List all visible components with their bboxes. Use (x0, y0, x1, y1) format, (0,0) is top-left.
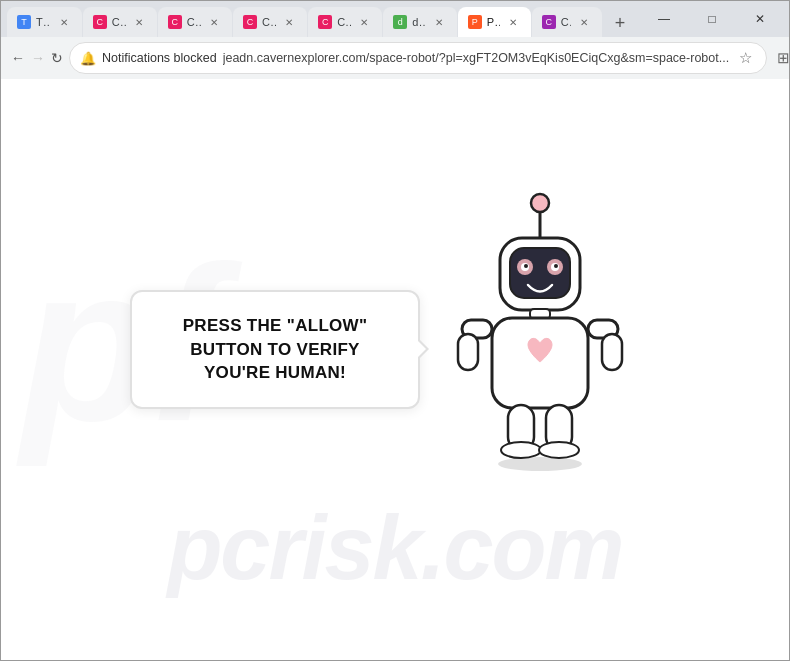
new-tab-button[interactable]: + (607, 9, 633, 37)
robot-illustration (440, 190, 660, 510)
tab-0-close[interactable]: ✕ (56, 14, 72, 30)
tab-7[interactable]: C Ch ✕ (532, 7, 602, 37)
svg-point-1 (531, 194, 549, 212)
svg-rect-11 (492, 318, 588, 408)
tab-3-close[interactable]: ✕ (281, 14, 297, 30)
svg-point-9 (554, 264, 558, 268)
tab-2-favicon: C (168, 15, 182, 29)
svg-point-8 (524, 264, 528, 268)
tab-4-label: Clic (337, 16, 351, 28)
notifications-blocked-icon: 🔔 (80, 51, 96, 66)
tab-7-close[interactable]: ✕ (576, 14, 592, 30)
window-controls: — □ ✕ (641, 4, 783, 34)
tab-3-favicon: C (243, 15, 257, 29)
tab-1-close[interactable]: ✕ (131, 14, 147, 30)
tab-0-label: The (36, 16, 51, 28)
nav-bar: ← → ↻ 🔔 Notifications blocked jeadn.cave… (1, 37, 789, 79)
tab-5[interactable]: d dak ✕ (383, 7, 457, 37)
tab-3[interactable]: C Clic ✕ (233, 7, 307, 37)
speech-bubble-text: PRESS THE "ALLOW" BUTTON TO VERIFY YOU'R… (160, 314, 390, 385)
bookmark-icon[interactable]: ☆ (735, 45, 756, 71)
main-scene: PRESS THE "ALLOW" BUTTON TO VERIFY YOU'R… (130, 190, 660, 510)
tab-6[interactable]: P Pre ✕ (458, 7, 531, 37)
close-button[interactable]: ✕ (737, 4, 783, 34)
tab-5-label: dak (412, 16, 426, 28)
svg-point-20 (498, 457, 582, 471)
page-content: pf pcrisk.com PRESS THE "ALLOW" BUTTON T… (1, 79, 789, 660)
tab-0[interactable]: T The ✕ (7, 7, 82, 37)
tab-0-favicon: T (17, 15, 31, 29)
browser-window: T The ✕ C Clic ✕ C Clic ✕ C Clic ✕ C (0, 0, 790, 661)
tab-7-label: Ch (561, 16, 571, 28)
maximize-button[interactable]: □ (689, 4, 735, 34)
tab-1[interactable]: C Clic ✕ (83, 7, 157, 37)
tab-4[interactable]: C Clic ✕ (308, 7, 382, 37)
address-bar[interactable]: 🔔 Notifications blocked jeadn.cavernexpl… (69, 42, 767, 74)
tab-6-favicon: P (468, 15, 482, 29)
title-bar: T The ✕ C Clic ✕ C Clic ✕ C Clic ✕ C (1, 1, 789, 37)
tab-1-favicon: C (93, 15, 107, 29)
tab-1-label: Clic (112, 16, 126, 28)
tab-2-label: Clic (187, 16, 201, 28)
tab-4-favicon: C (318, 15, 332, 29)
notifications-blocked-label: Notifications blocked (102, 51, 217, 65)
refresh-button[interactable]: ↻ (51, 43, 63, 73)
tab-strip: T The ✕ C Clic ✕ C Clic ✕ C Clic ✕ C (7, 1, 633, 37)
tab-6-close[interactable]: ✕ (505, 14, 521, 30)
forward-button[interactable]: → (31, 43, 45, 73)
tab-7-favicon: C (542, 15, 556, 29)
svg-rect-13 (458, 334, 478, 370)
watermark: pcrisk.com (1, 497, 789, 600)
svg-point-19 (539, 442, 579, 458)
url-display: jeadn.cavernexplorer.com/space-robot/?pl… (223, 51, 730, 65)
tab-5-favicon: d (393, 15, 407, 29)
tab-2-close[interactable]: ✕ (206, 14, 222, 30)
speech-bubble: PRESS THE "ALLOW" BUTTON TO VERIFY YOU'R… (130, 290, 420, 409)
back-button[interactable]: ← (11, 43, 25, 73)
minimize-button[interactable]: — (641, 4, 687, 34)
svg-point-17 (501, 442, 541, 458)
tab-3-label: Clic (262, 16, 276, 28)
svg-rect-15 (602, 334, 622, 370)
tab-6-label: Pre (487, 16, 500, 28)
extensions-icon[interactable]: ⊞ (773, 45, 790, 71)
tab-2[interactable]: C Clic ✕ (158, 7, 232, 37)
tab-4-close[interactable]: ✕ (356, 14, 372, 30)
tab-5-close[interactable]: ✕ (431, 14, 447, 30)
